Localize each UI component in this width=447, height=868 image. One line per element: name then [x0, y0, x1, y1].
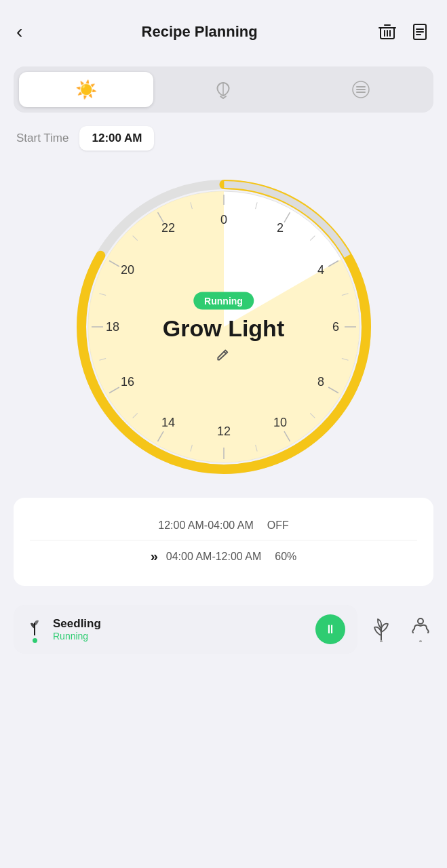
pencil-icon — [216, 347, 231, 362]
cannabis-icon[interactable] — [368, 616, 394, 642]
schedule-row-2: » 04:00 AM-12:00 AM 60% — [30, 540, 417, 572]
tab-environment[interactable] — [156, 72, 290, 107]
start-time-row: Start Time 12:00 AM — [0, 126, 447, 151]
leaf-cycle-icon — [213, 79, 233, 100]
svg-text:6: 6 — [332, 320, 338, 334]
schedule-card: 12:00 AM-04:00 AM OFF » 04:00 AM-12:00 A… — [14, 498, 433, 586]
svg-text:16: 16 — [120, 375, 134, 389]
clock-label: Grow Light — [163, 315, 284, 342]
svg-point-57 — [419, 640, 422, 642]
svg-text:10: 10 — [273, 416, 286, 429]
svg-text:2: 2 — [276, 221, 283, 235]
meditation-icon[interactable] — [408, 616, 433, 642]
seedling-plant-icon — [26, 616, 43, 635]
svg-text:18: 18 — [105, 320, 119, 334]
schedule-time-1: 12:00 AM-04:00 AM — [158, 519, 254, 532]
svg-text:14: 14 — [161, 416, 174, 429]
schedule-time-2: 04:00 AM-12:00 AM — [166, 551, 262, 563]
schedule-row-1: 12:00 AM-04:00 AM OFF — [30, 511, 417, 540]
running-badge: Running — [193, 292, 254, 310]
start-time-value[interactable]: 12:00 AM — [79, 126, 154, 151]
seedling-card[interactable]: Seedling Running ⏸ — [14, 605, 357, 654]
sun-icon: ☀️ — [75, 79, 97, 100]
header: ‹ Recipe Planning — [0, 0, 447, 61]
delete-button[interactable] — [376, 21, 398, 43]
start-time-label: Start Time — [16, 132, 69, 145]
seedling-info: Seedling Running — [53, 617, 306, 642]
svg-text:12: 12 — [216, 425, 230, 438]
bottom-bar: Seedling Running ⏸ — [0, 594, 447, 665]
tab-grow-light[interactable]: ☀️ — [19, 72, 153, 107]
page-title: Recipe Planning — [142, 23, 258, 41]
svg-point-56 — [418, 618, 423, 624]
svg-text:8: 8 — [317, 375, 324, 389]
svg-text:22: 22 — [161, 221, 174, 235]
seedling-status-dot — [33, 638, 37, 643]
document-button[interactable] — [409, 21, 431, 43]
svg-text:20: 20 — [120, 263, 134, 277]
header-icons — [376, 21, 431, 43]
schedule-value-2: 60% — [275, 551, 296, 563]
clock-center: Running Grow Light — [163, 292, 284, 362]
seedling-name: Seedling — [53, 617, 306, 631]
svg-text:4: 4 — [317, 263, 324, 277]
pause-icon: ⏸ — [324, 623, 336, 635]
tab-schedule[interactable] — [294, 72, 428, 107]
pause-button[interactable]: ⏸ — [315, 614, 345, 644]
seedling-icon-wrapper — [26, 616, 43, 643]
tab-bar: ☀️ — [14, 66, 433, 113]
edit-button[interactable] — [216, 347, 231, 362]
active-chevron: » — [151, 549, 158, 564]
schedule-value-1: OFF — [267, 519, 289, 532]
back-button[interactable]: ‹ — [16, 22, 22, 41]
clock-dial[interactable]: 0 2 4 6 8 10 12 14 16 18 20 22 — [61, 164, 387, 490]
bottom-icon-group — [368, 616, 433, 642]
svg-text:0: 0 — [220, 213, 227, 226]
seedling-status: Running — [53, 631, 306, 642]
svg-point-55 — [380, 640, 383, 642]
menu-icon — [351, 80, 370, 99]
